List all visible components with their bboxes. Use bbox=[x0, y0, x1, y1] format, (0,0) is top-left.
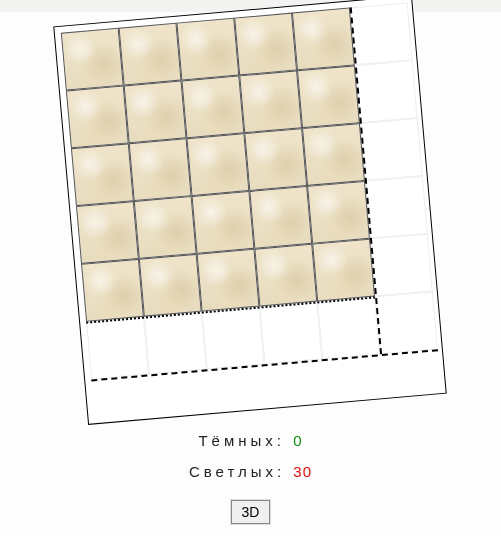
tile[interactable] bbox=[119, 23, 182, 86]
counters: Тёмных: 0 Светлых: 30 bbox=[0, 432, 501, 480]
tile[interactable] bbox=[134, 196, 197, 259]
tile[interactable] bbox=[254, 244, 317, 307]
tile[interactable] bbox=[234, 13, 297, 76]
tile[interactable] bbox=[187, 133, 250, 196]
tile[interactable] bbox=[307, 181, 370, 244]
tile[interactable] bbox=[192, 191, 255, 254]
tile[interactable] bbox=[244, 128, 307, 191]
tile[interactable] bbox=[61, 28, 124, 91]
tile[interactable] bbox=[81, 259, 144, 322]
tile[interactable] bbox=[249, 186, 312, 249]
dark-counter: Тёмных: 0 bbox=[0, 432, 501, 449]
light-counter: Светлых: 30 bbox=[0, 463, 501, 480]
tile[interactable] bbox=[66, 86, 129, 149]
tile-grid[interactable] bbox=[61, 8, 375, 322]
game-board[interactable] bbox=[53, 0, 446, 425]
dark-value: 0 bbox=[293, 432, 302, 449]
button-bar: 3D bbox=[0, 500, 501, 524]
tile[interactable] bbox=[302, 123, 365, 186]
board-frame bbox=[53, 0, 446, 425]
tile[interactable] bbox=[181, 75, 244, 138]
tile[interactable] bbox=[292, 8, 355, 71]
tile[interactable] bbox=[297, 65, 360, 128]
tile[interactable] bbox=[176, 18, 239, 81]
game-page: Тёмных: 0 Светлых: 30 3D bbox=[0, 0, 501, 536]
tile[interactable] bbox=[197, 249, 260, 312]
dark-label: Тёмных: bbox=[198, 432, 285, 449]
tile[interactable] bbox=[76, 201, 139, 264]
tile[interactable] bbox=[312, 239, 375, 302]
tile[interactable] bbox=[71, 143, 134, 206]
three-d-button[interactable]: 3D bbox=[231, 500, 271, 524]
light-label: Светлых: bbox=[189, 463, 285, 480]
tile[interactable] bbox=[129, 138, 192, 201]
tile[interactable] bbox=[239, 70, 302, 133]
tile[interactable] bbox=[139, 254, 202, 317]
tile[interactable] bbox=[124, 80, 187, 143]
light-value: 30 bbox=[293, 463, 312, 480]
